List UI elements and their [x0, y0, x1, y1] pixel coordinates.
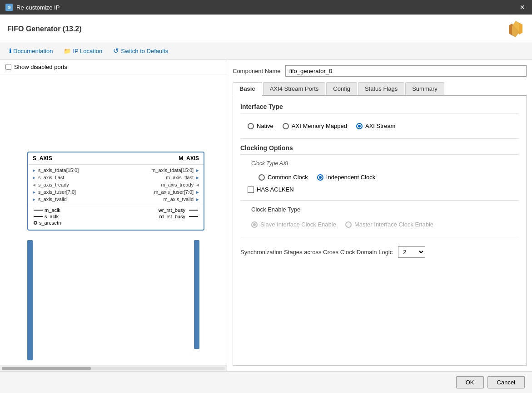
radio-axi-stream[interactable]: AXI Stream	[356, 123, 395, 129]
radio-common-clock-label: Common Clock	[268, 174, 308, 181]
radio-native-circle	[248, 123, 254, 129]
refresh-icon: ↺	[113, 47, 119, 55]
sync-stages-select[interactable]: 1 2 3 4	[398, 246, 425, 258]
arrow-icon: ◄	[32, 182, 36, 187]
clocking-section: Clock Type AXI Common Clock Independent	[240, 160, 519, 261]
left-panel: Show disabled ports S_AXIS M_AXIS	[0, 60, 227, 371]
misc-port-item: s_aresetn	[34, 220, 116, 226]
toolbar: ℹ Documentation 📁 IP Location ↺ Switch t…	[0, 42, 532, 60]
arrow-icon: ►	[32, 168, 36, 173]
radio-native[interactable]: Native	[248, 123, 273, 129]
switch-defaults-button[interactable]: ↺ Switch to Defaults	[111, 46, 170, 56]
divider-1	[240, 138, 519, 139]
app-logo	[507, 20, 525, 38]
port-item: m_axis_tlast ►	[119, 174, 200, 181]
tab-summary[interactable]: Summary	[405, 82, 444, 95]
documentation-button[interactable]: ℹ Documentation	[7, 47, 55, 55]
port-name: s_axis_tdata[15:0]	[38, 167, 79, 173]
cancel-button[interactable]: Cancel	[487, 376, 525, 388]
line-icon	[189, 210, 198, 211]
window-title: Re-customize IP	[16, 4, 60, 11]
arrow-icon: ►	[32, 190, 36, 195]
line-icon	[34, 210, 43, 211]
radio-master-interface-clock-enable[interactable]: Master Interface Clock Enable	[345, 221, 433, 228]
radio-axi-mm-circle	[283, 123, 289, 129]
line-icon	[189, 216, 198, 217]
divider-2	[240, 200, 519, 201]
radio-native-label: Native	[257, 123, 273, 129]
bottom-scrollbar[interactable]	[0, 365, 227, 371]
radio-axi-stream-label: AXI Stream	[365, 123, 395, 129]
component-diagram: S_AXIS M_AXIS ► s_axis_tdata[15:0] ►	[27, 152, 204, 231]
misc-ports-area: m_aclk s_aclk s_aresetn	[28, 205, 204, 230]
arrow-icon: ►	[32, 197, 36, 202]
component-name-input[interactable]	[285, 65, 527, 77]
tabs-container: Basic AXI4 Stream Ports Config Status Fl…	[233, 82, 527, 96]
info-icon: ℹ	[9, 48, 11, 54]
port-name: s_aclk	[45, 214, 59, 219]
switch-defaults-label: Switch to Defaults	[121, 48, 168, 54]
port-name: s_axis_tlast	[38, 175, 64, 180]
left-connector-bar	[27, 240, 33, 360]
radio-slave-interface-clock-enable[interactable]: Slave Interface Clock Enable	[251, 221, 336, 228]
misc-ports-left: m_aclk s_aclk s_aresetn	[34, 207, 116, 226]
radio-independent-clock-label: Independent Clock	[326, 174, 375, 181]
misc-port-item: s_aclk	[34, 213, 116, 220]
port-name: m_axis_tdata[15:0]	[151, 167, 194, 173]
arrow-icon: ►	[195, 197, 200, 202]
port-name: s_aresetn	[39, 220, 61, 226]
port-name: rd_rst_busy	[159, 214, 185, 219]
ip-location-button[interactable]: 📁 IP Location	[62, 47, 104, 55]
port-item: m_axis_tuser[7:0] ►	[119, 188, 200, 196]
clock-enable-type-label: Clock Enable Type	[240, 206, 519, 213]
window-close-button[interactable]: ×	[518, 3, 527, 11]
radio-axi-memory-mapped[interactable]: AXI Memory Mapped	[283, 123, 347, 129]
arrow-icon: ►	[195, 175, 200, 180]
clock-enable-radio-group: Slave Interface Clock Enable Master Inte…	[240, 217, 519, 231]
s-axis-label: S_AXIS	[33, 155, 52, 162]
port-item: ◄ s_axis_tready	[32, 181, 112, 188]
tab-axi4-stream-ports[interactable]: AXI4 Stream Ports	[263, 82, 326, 95]
misc-port-item: m_aclk	[34, 207, 116, 213]
port-item: ► s_axis_tdata[15:0]	[32, 167, 112, 174]
port-item: m_axis_tdata[15:0] ►	[119, 167, 200, 174]
port-name: m_axis_tready	[161, 182, 194, 187]
comp-top-bar: S_AXIS M_AXIS	[28, 152, 204, 165]
m-axis-label: M_AXIS	[179, 155, 199, 162]
app-header: FIFO Generator (13.2)	[0, 15, 532, 42]
ok-button[interactable]: OK	[456, 376, 484, 388]
tab-status-flags[interactable]: Status Flags	[358, 82, 404, 95]
port-name: m_aclk	[45, 207, 60, 213]
port-item: m_axis_tvalid ►	[119, 196, 200, 203]
arrow-icon: ►	[195, 168, 200, 173]
port-item: ► s_axis_tuser[7:0]	[32, 188, 112, 196]
ports-area: ► s_axis_tdata[15:0] ► s_axis_tlast ◄ s_…	[28, 165, 204, 205]
tab-basic[interactable]: Basic	[233, 82, 262, 96]
component-name-label: Component Name	[233, 68, 281, 74]
has-aclken-checkbox[interactable]	[248, 187, 254, 193]
line-icon	[34, 216, 43, 217]
documentation-label: Documentation	[13, 48, 53, 54]
show-disabled-ports-checkbox[interactable]	[5, 64, 11, 70]
left-ports: ► s_axis_tdata[15:0] ► s_axis_tlast ◄ s_…	[28, 167, 116, 203]
radio-dot	[358, 125, 361, 128]
tab-config[interactable]: Config	[326, 82, 357, 95]
title-bar: ⚙ Re-customize IP ×	[0, 0, 532, 15]
port-name: wr_rst_busy	[159, 207, 185, 213]
divider-3	[240, 237, 519, 237]
radio-common-clock[interactable]: Common Clock	[259, 174, 308, 181]
interface-type-section-title: Interface Type	[240, 103, 519, 113]
clock-type-axi-label: Clock Type AXI	[251, 160, 519, 167]
radio-axi-stream-circle	[356, 123, 363, 129]
right-connector-bar	[194, 240, 199, 349]
port-name: s_axis_tuser[7:0]	[38, 189, 76, 195]
port-name: m_axis_tuser[7:0]	[154, 189, 194, 195]
show-disabled-ports-label[interactable]: Show disabled ports	[14, 64, 67, 70]
radio-independent-clock[interactable]: Independent Clock	[317, 174, 375, 181]
radio-axi-mm-label: AXI Memory Mapped	[292, 123, 347, 129]
dot-connector-icon	[34, 221, 37, 225]
app-title: FIFO Generator (13.2)	[7, 25, 82, 33]
radio-dot	[319, 176, 322, 179]
diagram-area: S_AXIS M_AXIS ► s_axis_tdata[15:0] ►	[0, 74, 227, 365]
right-panel: Component Name Basic AXI4 Stream Ports C…	[227, 60, 532, 371]
